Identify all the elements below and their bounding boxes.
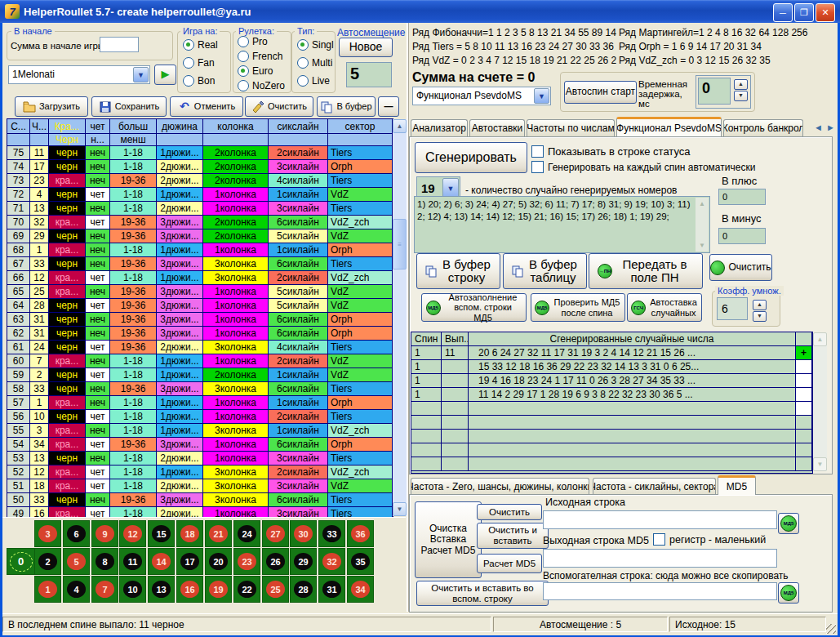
table-row[interactable]: 553кра...неч1-181дюжи...3колонка1сиклайн…	[7, 424, 393, 438]
checkbox-icon[interactable]	[531, 161, 544, 173]
chevron-down-icon[interactable]: ▼	[133, 67, 149, 82]
table-row[interactable]: 607кра...неч1-181дюжи...1колонка2сиклайн…	[7, 354, 393, 368]
radio-option-live[interactable]: Live	[297, 75, 330, 87]
minimize-button[interactable]: ─	[773, 3, 793, 22]
checkbox-icon[interactable]	[531, 145, 544, 158]
scroll-down-icon[interactable]: ▼	[813, 457, 827, 471]
tab-1[interactable]: Анализатор	[411, 119, 468, 136]
save-button[interactable]: Сохранить	[91, 96, 167, 117]
radio-icon[interactable]	[238, 51, 249, 62]
tab-3[interactable]: Частоты по числам	[527, 119, 615, 136]
md5-big-button[interactable]: Очистка Вставка Расчет MD5	[415, 501, 482, 578]
radio-option-singl[interactable]: Singl	[297, 39, 334, 51]
radio-icon[interactable]	[238, 36, 249, 47]
md5-calc-aux-button[interactable]: МД5	[778, 582, 799, 604]
table-row[interactable]: 7511черннеч1-181дюжи...2колонка2сиклайнT…	[7, 146, 393, 160]
board-cell-8[interactable]: 8	[91, 548, 118, 575]
board-cell-25[interactable]: 25	[262, 576, 289, 603]
board-cell-17[interactable]: 17	[176, 548, 203, 575]
board-cell-9[interactable]: 9	[91, 520, 118, 547]
buffer-table-button[interactable]: В буфер таблицу	[503, 253, 587, 289]
board-cell-23[interactable]: 23	[233, 548, 260, 575]
md5-out-input[interactable]	[543, 549, 777, 568]
radio-option-real[interactable]: Real	[183, 39, 218, 51]
scroll-up-icon[interactable]: ▲	[696, 198, 709, 210]
table-row[interactable]: 5212кра...чет1-181дюжи...3колонка2сиклай…	[7, 466, 393, 479]
md5-clear-paste-button[interactable]: Очистить и вставить	[477, 523, 549, 549]
radio-option-multi[interactable]: Multi	[297, 57, 332, 69]
radio-option-fan[interactable]: Fan	[183, 57, 215, 69]
board-cell-24[interactable]: 24	[233, 520, 260, 547]
tab-scroll-left-icon[interactable]: ◄	[814, 122, 823, 132]
gen-table-scrollbar[interactable]: ▲ ▼	[813, 332, 827, 471]
maximize-button[interactable]: ❐	[794, 3, 814, 22]
board-cell-21[interactable]: 21	[205, 520, 232, 547]
table-row[interactable]: 592чернчет1-181дюжи...2колонка1сиклайнVd…	[7, 368, 393, 382]
start-sum-input[interactable]	[100, 37, 139, 52]
board-cell-16[interactable]: 16	[176, 576, 203, 603]
board-cell-18[interactable]: 18	[176, 520, 203, 547]
md5-calc-source-button[interactable]: МД5	[778, 513, 799, 534]
generate-button[interactable]: Сгенерировать	[415, 142, 527, 173]
spin-table-scrollbar[interactable]: ▲ ≡ ▼	[393, 119, 407, 516]
undo-button[interactable]: ↶ Отменить	[170, 96, 243, 117]
board-cell-33[interactable]: 33	[318, 520, 345, 547]
table-row[interactable]: 6428чернчет19-363дюжи...1колонка5сиклайн…	[7, 299, 393, 313]
board-cell-11[interactable]: 11	[119, 548, 146, 575]
board-cell-22[interactable]: 22	[233, 576, 260, 603]
table-row[interactable]: 6124чернчет19-362дюжи...3колонка4сиклайн…	[7, 341, 393, 354]
check-md5-button[interactable]: МД5 Проверить МД5 после спина	[531, 293, 625, 322]
table-row[interactable]: 5434кра...чет19-363дюжи...1колонка6сикла…	[7, 438, 393, 452]
board-cell-15[interactable]: 15	[148, 520, 175, 547]
board-cell-zero[interactable]: 0	[7, 548, 35, 575]
board-cell-31[interactable]: 31	[318, 576, 345, 603]
preset-combobox[interactable]: 1Melonati ▼	[8, 65, 150, 84]
board-cell-5[interactable]: 5	[63, 548, 90, 575]
radio-icon[interactable]	[238, 65, 249, 77]
board-cell-13[interactable]: 13	[148, 576, 175, 603]
table-row[interactable]: 6525кра...неч19-363дюжи...1колонка5сикла…	[7, 285, 393, 299]
gen-table-row[interactable]: 115 33 12 18 16 36 29 22 23 32 14 13 3 3…	[411, 360, 812, 374]
plus-value[interactable]: 0	[718, 189, 766, 205]
minus-value[interactable]: 0	[718, 228, 766, 244]
delay-value[interactable]: 0	[698, 78, 731, 105]
gen-table-row[interactable]: 11120 6 24 27 32 11 17 31 19 3 2 4 14 12…	[411, 346, 812, 360]
board-cell-1[interactable]: 1	[34, 576, 61, 603]
autospin-start-button[interactable]: Автоспин старт	[564, 81, 637, 104]
spin-up-icon[interactable]: ▲	[734, 79, 748, 90]
table-row[interactable]: 6929черннеч19-363дюжи...2колонка5сиклайн…	[7, 229, 393, 243]
table-row[interactable]: 5313черннеч1-182дюжи...1колонка3сиклайнT…	[7, 452, 393, 466]
tab-5[interactable]: Контроль банкрол	[723, 119, 803, 136]
board-cell-36[interactable]: 36	[347, 520, 374, 547]
board-cell-19[interactable]: 19	[205, 576, 232, 603]
tab-4[interactable]: Функционал PsevdoMS	[616, 117, 722, 136]
table-row[interactable]: 571кра...неч1-181дюжи...1колонка1сиклайн…	[7, 396, 393, 410]
radio-icon[interactable]	[183, 57, 194, 69]
gen-table-row[interactable]: 111 14 2 29 17 1 28 19 6 9 3 8 22 32 23 …	[411, 388, 812, 402]
table-row[interactable]: 7113черннеч1-182дюжи...1колонка3сиклайнT…	[7, 202, 393, 216]
md5-clear-paste-aux-button[interactable]: Очистить и вставить во вспом. строку	[416, 581, 549, 606]
table-row[interactable]: 5610чернчет1-181дюжи...1колонка2сиклайнT…	[7, 410, 393, 424]
board-cell-29[interactable]: 29	[290, 548, 317, 575]
table-row[interactable]: 6231черннеч19-363дюжи...1колонка6сиклайн…	[7, 327, 393, 341]
auto-generate-checkbox-row[interactable]: Генерировать на каждый спин автоматическ…	[531, 161, 755, 173]
functional-combobox[interactable]: Функционал PsevdoMS ▼	[412, 87, 551, 105]
board-cell-14[interactable]: 14	[148, 548, 175, 575]
radio-icon[interactable]	[183, 39, 194, 51]
table-row[interactable]: 6612кра...чет1-181дюжи...3колонка2сиклай…	[7, 271, 393, 285]
radio-option-nozero[interactable]: NoZero	[238, 80, 285, 91]
register-checkbox-row[interactable]: регистр - маленький	[653, 533, 766, 546]
table-row[interactable]: 7417черннеч1-182дюжи...2колонка3сиклайнO…	[7, 160, 393, 174]
spin-up-icon[interactable]: ▲	[753, 300, 767, 310]
autofill-md5-button[interactable]: МД5 Автозаполнение вспом. строки МД5	[421, 293, 527, 322]
spin-down-icon[interactable]: ▼	[753, 311, 767, 322]
close-button[interactable]: ✕	[816, 3, 835, 22]
table-row[interactable]: 5118кра...чет1-182дюжи...3колонка3сиклай…	[7, 479, 393, 493]
scroll-up-icon[interactable]: ▲	[813, 332, 827, 346]
spin-down-icon[interactable]: ▼	[734, 91, 748, 101]
scroll-down-icon[interactable]: ▼	[696, 239, 709, 252]
resize-grip[interactable]	[826, 624, 836, 634]
table-row[interactable]: 724чернчет1-181дюжи...1колонка1сиклайнVd…	[7, 188, 393, 202]
board-cell-4[interactable]: 4	[63, 576, 90, 603]
board-cell-27[interactable]: 27	[262, 520, 289, 547]
